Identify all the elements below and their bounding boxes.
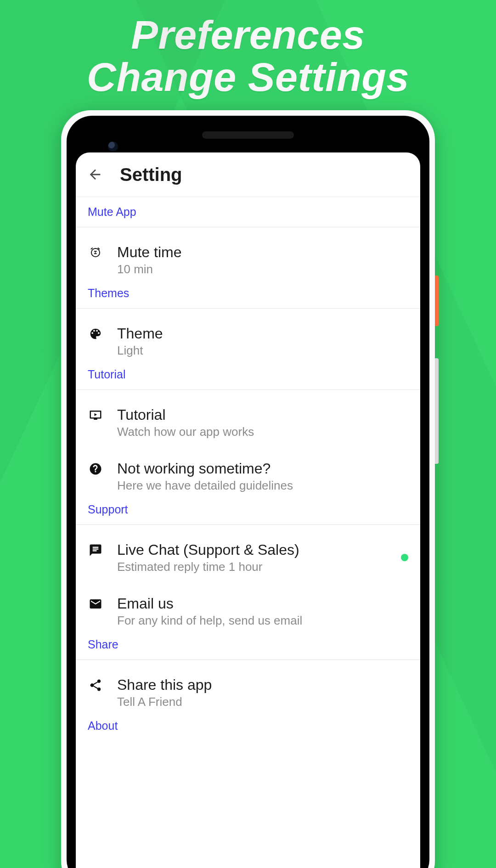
snooze-alarm-icon — [88, 246, 103, 259]
row-title: Tutorial — [117, 406, 408, 424]
section-tutorial: Tutorial Watch how our app works Not wor… — [76, 389, 420, 524]
row-subtitle: Tell A Friend — [117, 695, 408, 709]
online-status-indicator — [401, 554, 408, 561]
section-label-mute-app: Mute App — [76, 197, 420, 227]
status-dot-icon — [401, 554, 408, 561]
app-screen: Setting Mute App Mute time 10 min Theme — [76, 152, 420, 868]
row-title: Email us — [117, 594, 408, 613]
section-mute-app: Mute time 10 min Themes — [76, 227, 420, 308]
share-icon — [88, 678, 103, 692]
row-email-us[interactable]: Email us For any kind of help, send us e… — [76, 583, 420, 637]
promo-heading: Preferences Change Settings — [0, 14, 496, 99]
phone-camera — [108, 141, 118, 152]
row-title: Share this app — [117, 676, 408, 694]
mail-icon — [88, 597, 103, 611]
arrow-left-icon — [87, 167, 103, 182]
phone-frame: Setting Mute App Mute time 10 min Theme — [67, 116, 429, 868]
row-live-chat[interactable]: Live Chat (Support & Sales) Estimated re… — [76, 530, 420, 583]
row-subtitle: Estimated reply time 1 hour — [117, 560, 387, 574]
phone-side-button-bottom — [435, 358, 439, 464]
section-label-about: About — [76, 718, 420, 741]
palette-icon — [88, 327, 103, 341]
promo-line-1: Preferences — [0, 14, 496, 56]
chat-icon — [88, 543, 103, 557]
row-share-app[interactable]: Share this app Tell A Friend — [76, 665, 420, 718]
row-troubleshoot[interactable]: Not working sometime? Here we have detai… — [76, 448, 420, 502]
row-subtitle: 10 min — [117, 262, 408, 276]
section-label-support: Support — [76, 502, 420, 524]
section-themes: Theme Light Tutorial — [76, 308, 420, 389]
phone-speaker — [202, 131, 294, 139]
section-label-share: Share — [76, 637, 420, 659]
help-circle-icon — [88, 462, 103, 476]
phone-mockup: Setting Mute App Mute time 10 min Theme — [61, 110, 435, 868]
section-share: Share this app Tell A Friend About — [76, 659, 420, 741]
promo-line-2: Change Settings — [0, 56, 496, 98]
section-label-themes: Themes — [76, 286, 420, 308]
row-title: Live Chat (Support & Sales) — [117, 541, 387, 559]
settings-list[interactable]: Mute App Mute time 10 min Themes — [76, 197, 420, 868]
tv-play-icon — [88, 408, 103, 422]
row-tutorial-watch[interactable]: Tutorial Watch how our app works — [76, 395, 420, 448]
row-subtitle: Light — [117, 344, 408, 358]
row-title: Not working sometime? — [117, 459, 408, 478]
row-title: Mute time — [117, 243, 408, 261]
row-subtitle: For any kind of help, send us email — [117, 614, 408, 628]
row-mute-time[interactable]: Mute time 10 min — [76, 232, 420, 286]
row-title: Theme — [117, 324, 408, 343]
row-theme[interactable]: Theme Light — [76, 313, 420, 367]
back-button[interactable] — [86, 165, 104, 184]
row-subtitle: Watch how our app works — [117, 425, 408, 439]
page-title: Setting — [120, 164, 182, 185]
app-bar: Setting — [76, 152, 420, 197]
section-support: Live Chat (Support & Sales) Estimated re… — [76, 524, 420, 659]
phone-side-button-top — [435, 276, 439, 326]
section-label-tutorial: Tutorial — [76, 367, 420, 389]
row-subtitle: Here we have detailed guidelines — [117, 479, 408, 493]
